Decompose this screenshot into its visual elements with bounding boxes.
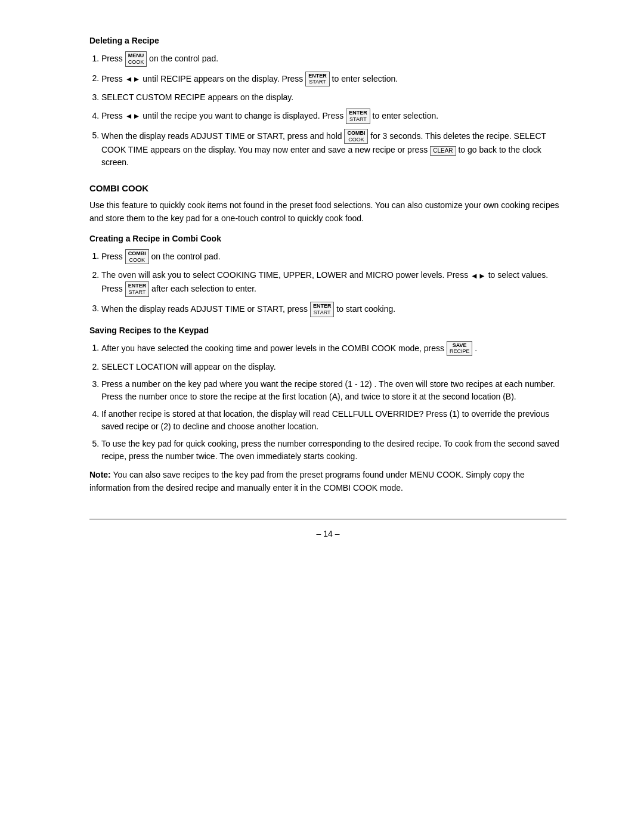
menu-cook-key: MENU COOK [125, 51, 147, 67]
list-item: Press ◄► until RECIPE appears on the dis… [101, 72, 566, 87]
list-item: To use the key pad for quick cooking, pr… [101, 438, 566, 463]
list-item: The oven will ask you to select COOKING … [101, 269, 566, 297]
bottom-divider [89, 519, 566, 519]
list-item: Press COMBI COOK on the control pad. [101, 249, 566, 265]
saving-recipes-section: Saving Recipes to the Keypad After you h… [89, 326, 566, 495]
note-text: Note: You can also save recipes to the k… [89, 469, 566, 494]
enter-start-key: ENTER START [346, 109, 370, 124]
clear-key: CLEAR [430, 146, 456, 156]
list-item: If another recipe is stored at that loca… [101, 408, 566, 433]
saving-recipes-title: Saving Recipes to the Keypad [89, 326, 566, 335]
deleting-recipe-title: Deleting a Recipe [89, 36, 566, 45]
deleting-recipe-section: Deleting a Recipe Press MENU COOK on the… [89, 36, 566, 169]
combi-cook-key: COMBI COOK [125, 249, 149, 265]
combi-cook-section: COMBI COOK Use this feature to quickly c… [89, 183, 566, 225]
creating-recipe-steps: Press COMBI COOK on the control pad. The… [101, 249, 566, 317]
arrow-keys: ◄► [125, 73, 141, 85]
combi-cook-title: COMBI COOK [89, 183, 566, 193]
list-item: When the display reads ADJUST TIME or ST… [101, 129, 566, 169]
combi-cook-key: COMBI COOK [344, 129, 368, 144]
list-item: When the display reads ADJUST TIME or ST… [101, 302, 566, 317]
saving-recipes-steps: After you have selected the cooking time… [101, 341, 566, 463]
page: Deleting a Recipe Press MENU COOK on the… [54, 0, 590, 574]
arrow-keys: ◄► [125, 110, 141, 122]
arrow-keys: ◄► [470, 270, 486, 282]
list-item: Press a number on the key pad where you … [101, 378, 566, 403]
enter-start-key: ENTER START [305, 72, 330, 87]
combi-cook-intro: Use this feature to quickly cook items n… [89, 199, 566, 225]
list-item: Press MENU COOK on the control pad. [101, 51, 566, 67]
list-item: SELECT CUSTOM RECIPE appears on the disp… [101, 91, 566, 104]
enter-start-key: ENTER START [310, 302, 335, 317]
creating-recipe-title: Creating a Recipe in Combi Cook [89, 234, 566, 243]
page-number: – 14 – [89, 529, 566, 538]
enter-start-key: ENTER START [125, 281, 150, 297]
list-item: After you have selected the cooking time… [101, 341, 566, 357]
deleting-recipe-steps: Press MENU COOK on the control pad. Pres… [101, 51, 566, 169]
save-recipe-key: SAVE RECIPE [447, 341, 473, 357]
creating-recipe-section: Creating a Recipe in Combi Cook Press CO… [89, 234, 566, 317]
list-item: Press ◄► until the recipe you want to ch… [101, 109, 566, 124]
list-item: SELECT LOCATION will appear on the displ… [101, 361, 566, 373]
